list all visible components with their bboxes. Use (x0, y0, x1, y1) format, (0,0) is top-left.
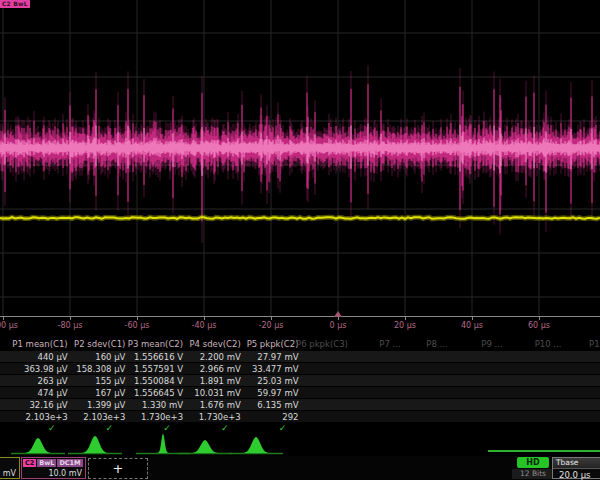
table-cell: 10.031 mV (183, 387, 241, 399)
table-cell: 33.477 mV (241, 363, 299, 375)
table-row: 2.103e+32.103e+31.730e+31.730e+3292 (0, 411, 600, 423)
table-cell: 2.966 mV (183, 363, 241, 375)
table-row: 440 µV160 µV1.556616 V2.200 mV27.97 mV (0, 351, 600, 363)
axis-tick (70, 317, 71, 320)
table-cell: 25.03 mV (241, 375, 299, 387)
channel-c2-descriptor-box[interactable]: C2 BwL DC1M 10.0 mV (21, 457, 86, 479)
axis-tick-label: 20 µs (394, 321, 416, 330)
axis-tick (338, 317, 339, 320)
table-row: 32.16 µV1.399 µV1.330 mV1.676 mV6.135 mV (0, 399, 600, 411)
param-header-unused[interactable]: P6 pkpk(C3) (296, 338, 348, 351)
table-row: 363.98 µV158.308 µV1.557591 V2.966 mV33.… (0, 363, 600, 375)
table-cell: 1.399 µV (68, 399, 126, 411)
c1-scale-value: 0 mV (0, 467, 19, 478)
channel-c1-descriptor-box[interactable]: DC1M 0 mV (0, 457, 20, 479)
table-cell: 27.97 mV (241, 351, 299, 363)
axis-tick (539, 317, 540, 320)
c2-scale-value: 10.0 mV (22, 467, 85, 478)
param-header-3[interactable]: P3 mean(C2) (125, 338, 183, 351)
table-cell: 440 µV (10, 351, 68, 363)
param-status-check: ✓ (279, 423, 287, 433)
table-cell: 1.330 mV (125, 399, 183, 411)
param-status-check: ✓ (106, 423, 114, 433)
param-header-1[interactable]: P1 mean(C1) (10, 338, 68, 351)
param-header-unused[interactable]: P9 ... (481, 338, 502, 351)
table-cell: 1.730e+3 (125, 411, 183, 423)
table-row: 263 µV155 µV1.550084 V1.891 mV25.03 mV (0, 375, 600, 387)
axis-tick (204, 317, 205, 320)
table-cell: 155 µV (68, 375, 126, 387)
axis-tick-label: -60 µs (125, 321, 150, 330)
table-cell: 2.103e+3 (68, 411, 126, 423)
timebase-descriptor-box[interactable]: Tbase 20.0 µs (552, 457, 600, 479)
channel-annotation-badge[interactable]: C2 BwL (0, 0, 30, 8)
axis-tick (405, 317, 406, 320)
table-cell: 158.308 µV (68, 363, 126, 375)
c2-coupling-badge: DC1M (57, 459, 82, 467)
axis-tick-label: 0 µs (330, 321, 347, 330)
green-separator-line (488, 450, 600, 452)
time-axis-line (0, 316, 600, 317)
param-status-check: ✓ (48, 423, 56, 433)
axis-tick-label: -100 µs (0, 321, 18, 330)
param-header-2[interactable]: P2 sdev(C1) (68, 338, 126, 351)
table-cell: 160 µV (68, 351, 126, 363)
table-cell: 292 (241, 411, 299, 423)
param-header-unused[interactable]: P7 ... (379, 338, 400, 351)
table-cell: 1.557591 V (125, 363, 183, 375)
table-cell: 6.135 mV (241, 399, 299, 411)
table-cell: 32.16 µV (10, 399, 68, 411)
timebase-scale-value: 20.0 µs (553, 469, 600, 480)
table-cell: 474 µV (10, 387, 68, 399)
status-bar: DC1M 0 mV C2 BwL DC1M 10.0 mV + HD 12 Bi… (0, 456, 600, 480)
hd-bits-label: 12 Bits (512, 469, 554, 479)
timebase-title: Tbase (553, 458, 600, 469)
param-header-unused[interactable]: P11 (589, 338, 600, 351)
oscilloscope-screen: C2 BwL -100 µs-80 µs-60 µs-40 µs-20 µs0 … (0, 0, 600, 480)
table-cell: 1.556645 V (125, 387, 183, 399)
param-header-5[interactable]: P5 pkpk(C2) (241, 338, 299, 351)
axis-tick-label: 60 µs (528, 321, 550, 330)
table-cell: 263 µV (10, 375, 68, 387)
table-cell: 59.97 mV (241, 387, 299, 399)
param-status-check: ✓ (221, 423, 229, 433)
param-status-check: ✓ (163, 423, 171, 433)
table-row: 474 µV167 µV1.556645 V10.031 mV59.97 mV (0, 387, 600, 399)
table-cell: 1.550084 V (125, 375, 183, 387)
table-cell: 1.676 mV (183, 399, 241, 411)
axis-tick-label: -40 µs (192, 321, 217, 330)
axis-tick (137, 317, 138, 320)
axis-tick-label: -20 µs (259, 321, 284, 330)
histicon-canvas (0, 434, 600, 456)
table-cell: 1.730e+3 (183, 411, 241, 423)
table-cell: 2.200 mV (183, 351, 241, 363)
param-header-unused[interactable]: P10 ... (535, 338, 562, 351)
axis-tick (271, 317, 272, 320)
axis-tick (472, 317, 473, 320)
c2-bwl-badge: BwL (37, 459, 56, 467)
table-cell: 363.98 µV (10, 363, 68, 375)
axis-tick (3, 317, 4, 320)
add-trace-button[interactable]: + (88, 458, 148, 479)
axis-tick-label: 40 µs (461, 321, 483, 330)
table-cell: 1.891 mV (183, 375, 241, 387)
parameter-histicons (0, 434, 600, 456)
table-cell: 167 µV (68, 387, 126, 399)
c2-channel-badge: C2 (23, 459, 36, 467)
waveform-plot[interactable]: C2 BwL (0, 0, 600, 316)
axis-tick-label: -80 µs (58, 321, 83, 330)
table-cell: 1.556616 V (125, 351, 183, 363)
param-header-4[interactable]: P4 sdev(C2) (183, 338, 241, 351)
waveform-canvas (0, 0, 600, 316)
hd-mode-badge[interactable]: HD (517, 457, 549, 468)
measurement-table: P1 mean(C1)P2 sdev(C1)P3 mean(C2)P4 sdev… (0, 338, 600, 434)
param-header-unused[interactable]: P8 ... (426, 338, 447, 351)
time-axis: -100 µs-80 µs-60 µs-40 µs-20 µs0 µs20 µs… (0, 316, 600, 338)
table-cell: 2.103e+3 (10, 411, 68, 423)
